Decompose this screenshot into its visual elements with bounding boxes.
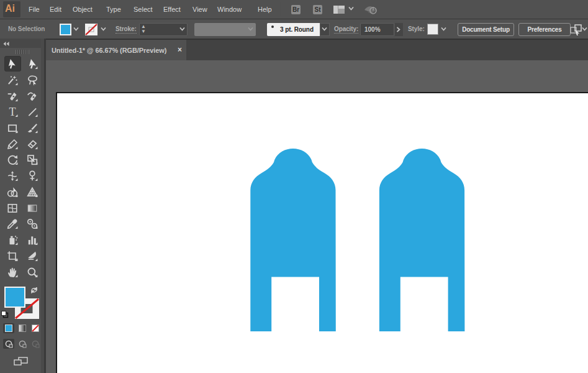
svg-text:T: T bbox=[9, 106, 16, 117]
